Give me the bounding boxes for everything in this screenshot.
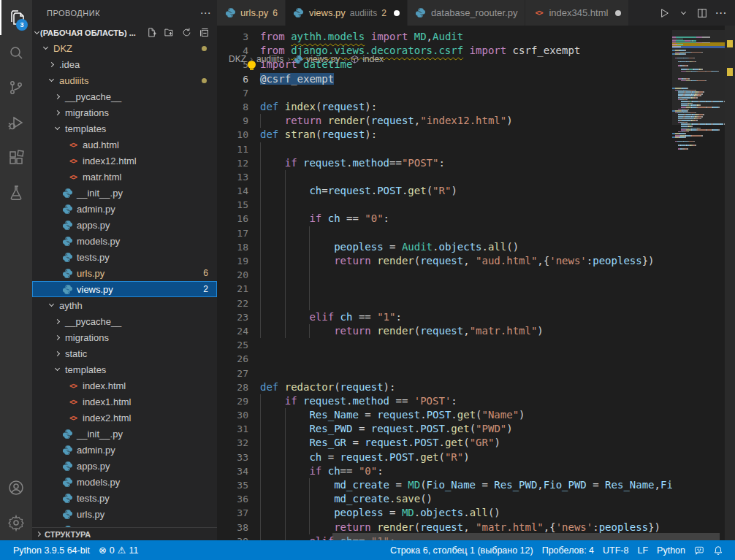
status-problems[interactable]: ⊗0⚠11 [94, 540, 143, 560]
code-line-34[interactable]: 34 if ch== "0": [217, 464, 672, 478]
code-line-6[interactable]: 6@csrf_exempt [217, 72, 672, 86]
code-line-29[interactable]: 29 if request.method == 'POST': [217, 394, 672, 408]
overview-ruler-scrollbar[interactable] [725, 26, 735, 540]
activitybar-extensions-icon[interactable] [0, 140, 32, 175]
tree-folder--pycache-[interactable]: __pycache__ [32, 313, 217, 329]
status-eol[interactable]: LF [633, 540, 652, 560]
activitybar-account-icon[interactable] [0, 470, 32, 505]
code-line-7[interactable]: 7 [217, 86, 672, 100]
status-language[interactable]: Python [652, 540, 690, 560]
code-line-12[interactable]: 12 if request.method=="POST": [217, 156, 672, 170]
tree-file-admin-py[interactable]: admin.py [32, 442, 217, 458]
outline-section-header[interactable]: СТРУКТУРА [32, 527, 217, 540]
code-line-8[interactable]: 8def index(request): [217, 100, 672, 114]
tree-folder-audiiits[interactable]: audiiits [32, 72, 217, 88]
breadcrumb-item-views-py[interactable]: views.py [294, 54, 340, 64]
tree-file--init-py[interactable]: __init__.py [32, 185, 217, 201]
tree-folder-aythh[interactable]: aythh [32, 297, 217, 313]
code-line-23[interactable]: 23 elif ch == "1": [217, 310, 672, 324]
code-editor[interactable]: 3from aythh.models import MD,Audit4from … [217, 30, 672, 540]
code-line-28[interactable]: 28def redactor(request): [217, 380, 672, 394]
tree-file-aud-html[interactable]: <>aud.html [32, 137, 217, 153]
tree-file-tests-py[interactable]: tests.py [32, 490, 217, 506]
status-encoding[interactable]: UTF-8 [598, 540, 633, 560]
tree-file-index12-html[interactable]: <>index12.html [32, 153, 217, 169]
run-dropdown-icon[interactable] [675, 5, 691, 21]
tree-file-matr-html[interactable]: <>matr.html [32, 169, 217, 185]
minimap[interactable] [672, 37, 725, 150]
activitybar-source-control-icon[interactable] [0, 70, 32, 105]
tree-file-urls-py[interactable]: urls.py6 [32, 265, 217, 281]
tree-file-views-py[interactable]: views.py [32, 522, 217, 527]
code-line-11[interactable]: 11 [217, 142, 672, 156]
activitybar-run-debug-icon[interactable] [0, 105, 32, 140]
tree-folder-templates[interactable]: templates [32, 120, 217, 137]
tree-file-models-py[interactable]: models.py [32, 233, 217, 249]
run-icon[interactable] [656, 5, 672, 21]
code-line-16[interactable]: 16 if ch == "0": [217, 212, 672, 226]
code-line-35[interactable]: 35 md_create = MD(Fio_Name = Res_PWD,Fio… [217, 478, 672, 492]
tree-file-index-html[interactable]: <>index.html [32, 377, 217, 394]
tree-folder-migrations[interactable]: migrations [32, 329, 217, 345]
code-line-30[interactable]: 30 Res_Name = request.POST.get("Name") [217, 408, 672, 422]
status-cursor[interactable]: Строка 6, столбец 1 (выбрано 12) [386, 540, 538, 560]
breadcrumb-item-dkz[interactable]: DKZ [229, 54, 246, 64]
tab-database-roouter-py[interactable]: database_roouter.py [408, 0, 526, 26]
code-line-38[interactable]: 38 return render(request, "matr.html",{'… [217, 521, 672, 534]
activitybar-settings-icon[interactable] [0, 505, 32, 540]
tree-folder--pycache-[interactable]: __pycache__ [32, 88, 217, 104]
tree-file-admin-py[interactable]: admin.py [32, 201, 217, 217]
code-line-20[interactable]: 20 [217, 268, 672, 282]
tree-file-views-py[interactable]: views.py2 [32, 281, 217, 297]
activitybar-search-icon[interactable] [0, 35, 32, 70]
tree-folder-migrations[interactable]: migrations [32, 104, 217, 120]
code-line-31[interactable]: 31 Res_PWD = request.POST.get("PWD") [217, 422, 672, 436]
new-folder-icon[interactable] [164, 27, 175, 39]
new-file-icon[interactable] [146, 27, 157, 39]
status-indent[interactable]: Пробелов: 4 [538, 540, 598, 560]
code-line-36[interactable]: 36 md_create.save() [217, 492, 672, 506]
code-line-19[interactable]: 19 return render(request, "aud.html",{'n… [217, 254, 672, 268]
code-line-14[interactable]: 14 ch=request.POST.get("R") [217, 184, 672, 198]
tree-file-tests-py[interactable]: tests.py [32, 249, 217, 265]
code-line-24[interactable]: 24 return render(request,"matr.html") [217, 324, 672, 338]
tree-file-index2-html[interactable]: <>index2.html [32, 410, 217, 426]
code-line-18[interactable]: 18 peopless = Audit.objects.all() [217, 240, 672, 254]
tab-urls-py[interactable]: urls.py6 [217, 0, 286, 26]
code-line-10[interactable]: 10def stran(request): [217, 128, 672, 142]
code-line-13[interactable]: 13 [217, 170, 672, 184]
tree-folder--idea[interactable]: .idea [32, 56, 217, 72]
tab-views-py[interactable]: views.pyaudiiits2 [286, 0, 408, 26]
dirty-dot-icon[interactable] [394, 10, 400, 16]
activitybar-explorer-icon[interactable]: 3 [0, 0, 32, 35]
code-line-32[interactable]: 32 Res_GR = request.POST.get("GR") [217, 436, 672, 450]
tree-file--init-py[interactable]: __init__.py [32, 426, 217, 442]
horizontal-scrollbar[interactable] [332, 533, 720, 540]
sidebar-more-icon[interactable]: ⋯ [200, 7, 212, 20]
tree-folder-dkz[interactable]: DKZ [32, 40, 217, 56]
tree-file-apps-py[interactable]: apps.py [32, 217, 217, 233]
code-line-22[interactable]: 22 [217, 296, 672, 310]
status-feedback-icon[interactable] [690, 540, 709, 560]
activitybar-testing-icon[interactable] [0, 175, 32, 210]
breadcrumb-item-index[interactable]: index [350, 54, 384, 64]
code-line-3[interactable]: 3from aythh.models import MD,Audit [217, 30, 672, 44]
code-line-9[interactable]: 9 return render(request,"index12.html") [217, 114, 672, 128]
tree-file-models-py[interactable]: models.py [32, 474, 217, 490]
tree-file-urls-py[interactable]: urls.py [32, 506, 217, 522]
status-interpreter[interactable]: Python 3.9.5 64-bit [9, 540, 94, 560]
code-line-15[interactable]: 15 [217, 198, 672, 212]
split-editor-icon[interactable] [694, 5, 710, 21]
tab-index345-html[interactable]: <>index345.html [525, 0, 629, 26]
collapse-all-icon[interactable] [199, 27, 210, 39]
code-line-21[interactable]: 21 [217, 282, 672, 296]
breadcrumb-item-audiiits[interactable]: audiiits [256, 54, 283, 64]
more-icon[interactable]: ⋯ [713, 5, 729, 21]
status-notifications-icon[interactable] [709, 540, 728, 560]
tree-folder-templates[interactable]: templates [32, 361, 217, 377]
code-line-37[interactable]: 37 peopless = MD.objects.all() [217, 506, 672, 520]
code-line-17[interactable]: 17 [217, 226, 672, 240]
tree-file-apps-py[interactable]: apps.py [32, 458, 217, 474]
code-line-27[interactable]: 27 [217, 367, 672, 380]
code-line-26[interactable]: 26 [217, 352, 672, 366]
